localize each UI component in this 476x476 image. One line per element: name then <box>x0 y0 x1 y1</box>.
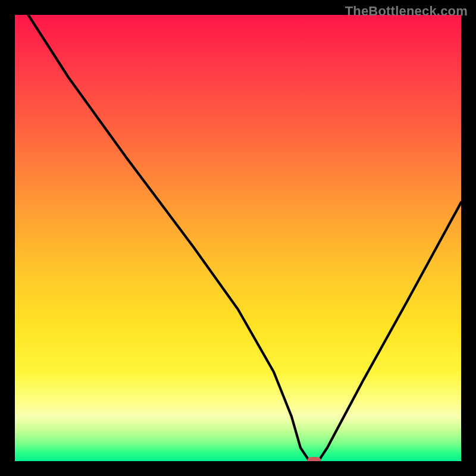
bottleneck-curve <box>15 15 461 461</box>
watermark-text: TheBottleneck.com <box>345 4 468 19</box>
optimum-marker <box>307 457 321 461</box>
plot-area <box>15 15 461 461</box>
chart-frame: TheBottleneck.com <box>0 0 476 476</box>
